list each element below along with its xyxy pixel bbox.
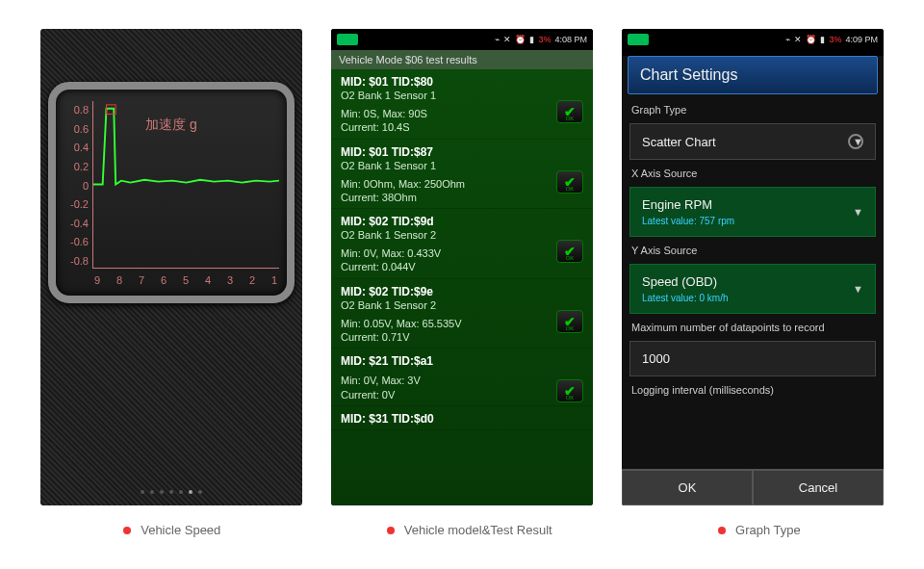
page-indicator[interactable] — [40, 490, 302, 494]
status-bar: ⌁ ✕ ⏰ ▮ 3% 4:09 PM — [622, 29, 884, 50]
captions-row: Vehicle Speed Vehicle model&Test Result … — [0, 505, 924, 537]
dialog-title: Chart Settings — [628, 56, 878, 94]
status-bar: ⌁ ✕ ⏰ ▮ 3% 4:08 PM — [331, 29, 593, 50]
obd-icon — [628, 34, 649, 45]
mute-icon: ✕ — [794, 35, 802, 44]
status-ok-badge: ✔OK — [556, 310, 583, 333]
gauge-y-axis: 0.8 0.6 0.4 0.2 0 -0.2 -0.4 -0.6 -0.8 — [62, 104, 89, 267]
battery-indicator: 3% — [538, 35, 551, 44]
phone-test-results: ⌁ ✕ ⏰ ▮ 3% 4:08 PM Vehicle Mode $06 test… — [331, 29, 593, 505]
list-item[interactable]: MID: $01 TID:$80 O2 Bank 1 Sensor 1 Min:… — [331, 69, 593, 140]
bullet-icon — [123, 527, 131, 534]
list-item[interactable]: MID: $21 TID:$a1 Min: 0V, Max: 3V Curren… — [331, 349, 593, 406]
caption-3: Graph Type — [735, 523, 801, 537]
interval-label: Logging interval (milliseconds) — [622, 380, 884, 400]
status-ok-badge: ✔OK — [556, 240, 583, 263]
signal-icon: ▮ — [820, 35, 825, 44]
battery-indicator: 3% — [829, 35, 841, 44]
status-ok-badge: ✔OK — [556, 379, 583, 402]
status-ok-badge: ✔OK — [556, 170, 583, 194]
status-ok-badge: ✔OK — [556, 100, 583, 123]
bullet-icon — [387, 527, 395, 534]
signal-icon: ▮ — [529, 35, 534, 44]
cancel-button[interactable]: Cancel — [753, 470, 884, 505]
caption-1: Vehicle Speed — [141, 523, 220, 537]
x-axis-label: X Axis Source — [622, 164, 884, 183]
max-datapoints-input[interactable]: 1000 — [629, 341, 876, 376]
bluetooth-icon: ⌁ — [785, 35, 790, 44]
y-axis-label: Y Axis Source — [622, 241, 884, 260]
list-item[interactable]: MID: $01 TID:$87 O2 Bank 1 Sensor 1 Min:… — [331, 140, 593, 210]
alarm-icon: ⏰ — [806, 35, 816, 44]
phone-chart-settings: ⌁ ✕ ⏰ ▮ 3% 4:09 PM Chart Settings Graph … — [622, 29, 884, 505]
bullet-icon — [718, 527, 726, 534]
obd-icon — [337, 34, 358, 45]
chevron-down-icon: ▼ — [853, 283, 863, 295]
bluetooth-icon: ⌁ — [495, 35, 500, 44]
x-axis-dropdown[interactable]: Engine RPM Latest value: 757 rpm ▼ — [629, 187, 876, 237]
phone-vehicle-speed: 加速度 g 0.8 0.6 0.4 0.2 0 -0.2 -0.4 -0.6 -… — [40, 29, 302, 505]
graph-type-label: Graph Type — [622, 100, 884, 119]
list-item[interactable]: MID: $31 TID:$d0 — [331, 406, 593, 430]
mute-icon: ✕ — [503, 35, 511, 44]
alarm-icon: ⏰ — [515, 35, 526, 44]
max-datapoints-label: Maximum number of datapoints to record — [622, 318, 884, 337]
chevron-down-icon: ▼ — [853, 206, 863, 218]
test-results-list[interactable]: MID: $01 TID:$80 O2 Bank 1 Sensor 1 Min:… — [331, 69, 593, 505]
chevron-down-icon: ▼ — [853, 136, 863, 147]
clock: 4:08 PM — [554, 35, 587, 44]
ok-button[interactable]: OK — [622, 470, 753, 505]
clock: 4:09 PM — [845, 35, 878, 44]
gauge-plot — [92, 101, 279, 269]
acceleration-gauge: 加速度 g 0.8 0.6 0.4 0.2 0 -0.2 -0.4 -0.6 -… — [48, 82, 295, 303]
gauge-x-axis: 9 8 7 6 5 4 3 2 1 — [94, 274, 277, 286]
list-item[interactable]: MID: $02 TID:$9e O2 Bank 1 Sensor 2 Min:… — [331, 279, 593, 349]
graph-type-dropdown[interactable]: Scatter Chart ▼ — [629, 123, 876, 160]
list-item[interactable]: MID: $02 TID:$9d O2 Bank 1 Sensor 2 Min:… — [331, 209, 593, 279]
screen-title: Vehicle Mode $06 test results — [331, 50, 593, 69]
caption-2: Vehicle model&Test Result — [404, 523, 552, 537]
y-axis-dropdown[interactable]: Speed (OBD) Latest value: 0 km/h ▼ — [629, 264, 876, 314]
